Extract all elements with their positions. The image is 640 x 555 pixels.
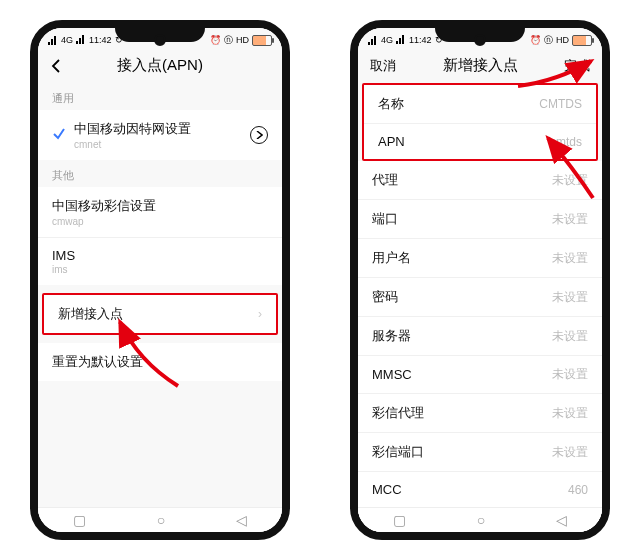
field-label: 服务器 — [372, 327, 552, 345]
field-user[interactable]: 用户名 未设置 — [358, 238, 602, 277]
field-value: CMTDS — [539, 97, 582, 111]
network-label: 4G — [61, 35, 73, 45]
phone-right: 4G 11:42 ↻ ⏰ ⓝ HD 取消 新增接入点 完成 名称 — [350, 20, 610, 540]
done-button[interactable]: 完成 — [564, 57, 590, 75]
field-apn[interactable]: APN cmtds — [364, 123, 596, 159]
field-mms-port[interactable]: 彩信端口 未设置 — [358, 432, 602, 471]
field-value: 未设置 — [552, 366, 588, 383]
field-value: 未设置 — [552, 250, 588, 267]
apn-item-cmnet[interactable]: 中国移动因特网设置 cmnet — [38, 110, 282, 160]
apn-item-cmwap[interactable]: 中国移动彩信设置 cmwap — [38, 187, 282, 237]
field-label: 名称 — [378, 95, 539, 113]
check-icon — [52, 127, 66, 144]
field-value: 未设置 — [552, 211, 588, 228]
field-label: 密码 — [372, 288, 552, 306]
field-label: 彩信端口 — [372, 443, 552, 461]
field-label: MMSC — [372, 367, 552, 382]
nav-bar: ▢ ○ ◁ — [38, 507, 282, 532]
field-value: 未设置 — [552, 444, 588, 461]
nav-recents[interactable]: ▢ — [73, 512, 86, 528]
nav-home[interactable]: ○ — [157, 512, 165, 528]
field-value: cmtds — [550, 135, 582, 149]
field-label: 用户名 — [372, 249, 552, 267]
reset-apn-label: 重置为默认设置 — [52, 353, 268, 371]
chevron-right-icon: › — [258, 307, 262, 321]
field-label: MCC — [372, 482, 568, 497]
apn-title: 中国移动因特网设置 — [74, 120, 250, 138]
signal-icon — [396, 35, 406, 46]
apn-sub: cmwap — [52, 216, 268, 227]
add-apn-label: 新增接入点 — [58, 305, 258, 323]
field-mcc[interactable]: MCC 460 — [358, 471, 602, 507]
apn-sub: ims — [52, 264, 268, 275]
field-password[interactable]: 密码 未设置 — [358, 277, 602, 316]
apn-item-ims[interactable]: IMS ims — [38, 237, 282, 285]
nav-recents[interactable]: ▢ — [393, 512, 406, 528]
phone-left: 4G 11:42 ↻ ⏰ ⓝ HD 接入点(APN) 通用 — [30, 20, 290, 540]
nav-back[interactable]: ◁ — [236, 512, 247, 528]
page-title: 接入点(APN) — [64, 56, 256, 75]
field-label: 端口 — [372, 210, 552, 228]
field-label: APN — [378, 134, 550, 149]
alarm-icon: ⏰ — [530, 35, 541, 45]
notch — [435, 28, 525, 42]
titlebar: 取消 新增接入点 完成 — [358, 50, 602, 83]
nav-back[interactable]: ◁ — [556, 512, 567, 528]
field-port[interactable]: 端口 未设置 — [358, 199, 602, 238]
detail-icon[interactable] — [250, 126, 268, 144]
signal-icon — [48, 36, 58, 45]
apn-sub: cmnet — [74, 139, 250, 150]
alarm-icon: ⏰ — [210, 35, 221, 45]
time: 11:42 — [409, 35, 432, 45]
field-mms-proxy[interactable]: 彩信代理 未设置 — [358, 393, 602, 432]
field-value: 460 — [568, 483, 588, 497]
field-value: 未设置 — [552, 172, 588, 189]
back-button[interactable] — [50, 59, 64, 73]
add-apn[interactable]: 新增接入点 › — [42, 293, 278, 335]
battery-icon — [252, 35, 272, 46]
page-title: 新增接入点 — [396, 56, 564, 75]
section-general: 通用 — [38, 83, 282, 110]
field-value: 未设置 — [552, 328, 588, 345]
hd-icon: HD — [236, 35, 249, 45]
reset-apn[interactable]: 重置为默认设置 — [38, 343, 282, 381]
signal-icon — [76, 35, 86, 46]
hd-icon: HD — [556, 35, 569, 45]
highlight-box: 名称 CMTDS APN cmtds — [362, 83, 598, 161]
network-label: 4G — [381, 35, 393, 45]
field-value: 未设置 — [552, 289, 588, 306]
field-server[interactable]: 服务器 未设置 — [358, 316, 602, 355]
field-value: 未设置 — [552, 405, 588, 422]
nav-bar: ▢ ○ ◁ — [358, 507, 602, 532]
battery-icon — [572, 35, 592, 46]
field-label: 代理 — [372, 171, 552, 189]
field-proxy[interactable]: 代理 未设置 — [358, 161, 602, 199]
titlebar: 接入点(APN) — [38, 50, 282, 83]
notch — [115, 28, 205, 42]
field-mmsc[interactable]: MMSC 未设置 — [358, 355, 602, 393]
nav-home[interactable]: ○ — [477, 512, 485, 528]
field-name[interactable]: 名称 CMTDS — [364, 85, 596, 123]
signal-icon — [368, 36, 378, 45]
apn-title: IMS — [52, 248, 268, 263]
nfc-icon: ⓝ — [224, 34, 233, 47]
cancel-button[interactable]: 取消 — [370, 57, 396, 75]
field-label: 彩信代理 — [372, 404, 552, 422]
section-other: 其他 — [38, 160, 282, 187]
apn-title: 中国移动彩信设置 — [52, 197, 268, 215]
time: 11:42 — [89, 35, 112, 45]
nfc-icon: ⓝ — [544, 34, 553, 47]
